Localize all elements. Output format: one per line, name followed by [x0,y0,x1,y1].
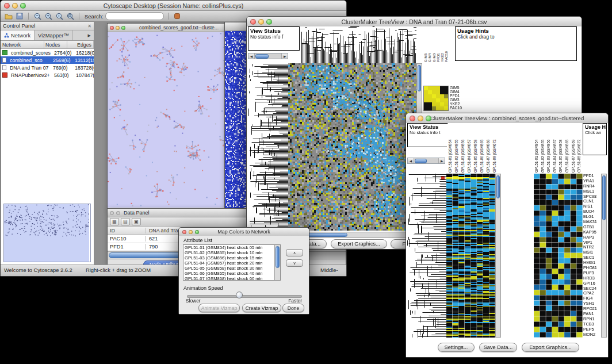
attribute-item[interactable]: GPL51-05 (GSM858) heat shock 30 min [183,266,280,271]
heatmap-vscrollbar[interactable] [495,174,501,338]
network-overview-canvas[interactable] [4,204,89,262]
close-icon[interactable] [4,3,10,9]
network-row[interactable]: DNA and Tran 07 769(0) 183728(0) [1,64,94,71]
close-icon[interactable] [250,19,256,25]
network-row[interactable]: RNAPuberNov2+ 563(0) 107847(0) [1,71,94,79]
scrollbar-thumb[interactable] [276,246,280,268]
status-hint: Right-click + drag to ZOOM [86,267,151,273]
scroll-track[interactable] [254,53,282,59]
zoom-actual-icon[interactable] [55,12,64,21]
attribute-list[interactable]: GPL51-01 (GSM854) heat shock 05 minGPL51… [183,244,281,281]
dialog-button[interactable]: Done [282,304,304,312]
slower-label: Slower [186,298,201,304]
treeview-dna-titlebar[interactable]: ClusterMaker TreeView : DNA and Tran 07-… [247,17,582,27]
float-icon[interactable] [110,211,114,215]
scroll-left-icon[interactable]: ◀ [248,55,254,58]
treeview-button[interactable]: Settings... [438,343,475,352]
maximize-icon[interactable] [266,19,272,25]
scrollbar-thumb[interactable] [496,175,500,198]
zoom-heatmap-canvas[interactable] [534,174,583,338]
column-label: GPL51-08 (GSM672 [576,124,583,173]
maximize-icon[interactable] [195,230,199,234]
table-icon[interactable]: ▦ [110,218,119,225]
network-list: combined_scores 2764(0) 16218(0) combine… [1,49,94,79]
close-icon[interactable] [410,116,415,121]
attribute-list-scrollbar[interactable] [274,245,280,280]
attribute-item[interactable]: GPL51-07 (GSM868) heat shock 60 min [183,276,280,281]
row-dendrogram-canvas[interactable] [407,174,446,338]
network-row[interactable]: combined_sco 2569(6) 13112(15) [1,56,94,64]
network-table-header: Network Nodes Edges [1,41,94,49]
tab-overflow-icon[interactable]: ▶ [85,30,94,40]
minimize-icon[interactable] [12,3,18,9]
zoom-scrollbar[interactable]: ◀ ▶ [407,158,445,164]
network-doc-icon [2,65,6,70]
column-label: GPL51-03 (GSM856 [546,124,552,173]
dialog-titlebar[interactable]: Map Colors to Network [179,228,309,236]
treeview-combined-titlebar[interactable]: ClusterMaker TreeView : combined_scores_… [406,113,608,124]
maximize-icon[interactable] [121,26,125,30]
grid-icon[interactable]: ▤ [121,218,130,225]
scrollbar-thumb[interactable] [415,159,427,163]
data-panel-title: Data Panel [124,210,150,216]
main-titlebar[interactable]: Cytoscape Desktop (Session Name: collins… [1,1,346,11]
scroll-track[interactable] [414,158,439,163]
speed-slider-track[interactable] [187,295,302,298]
network-overview[interactable] [3,204,91,262]
scroll-left-icon[interactable]: ◀ [408,159,414,163]
row-dendrogram-canvas[interactable] [248,63,288,231]
heatmap-canvas[interactable] [446,174,495,338]
column-label: GPL51-04 (GSM857 [552,124,559,173]
minimize-icon[interactable] [258,19,264,25]
maximize-icon[interactable] [426,116,431,121]
scroll-right-icon[interactable]: ▶ [282,55,288,58]
open-folder-icon[interactable] [4,12,13,21]
attribute-item[interactable]: GPL51-06 (GSM865) heat shock 40 min [183,271,280,276]
heatmap-canvas[interactable] [288,63,416,231]
zoom-fit-icon[interactable] [66,12,75,21]
zoom-in-icon[interactable] [44,12,53,21]
close-icon[interactable] [182,230,186,234]
minimize-icon[interactable] [116,26,120,30]
main-window-title: Cytoscape Desktop (Session Name: collins… [1,2,346,9]
network-doc-icon [2,50,7,55]
close-icon[interactable]: ✕ [87,24,91,29]
maximize-icon[interactable] [20,3,26,9]
treeview-combined-body: View Status No status info t ◀ ▶ GPL51-0… [406,123,608,357]
zoom-out-icon[interactable] [33,12,42,21]
annotation-icon[interactable] [173,12,182,21]
save-icon[interactable] [15,12,24,21]
scrollbar-thumb[interactable] [602,175,606,220]
dialog-button[interactable]: Animate Vizmap [198,304,240,312]
scrollbar-thumb[interactable] [418,65,421,91]
gene-list-vscrollbar[interactable] [601,174,607,338]
search-input[interactable] [105,12,164,20]
window-controls [179,230,199,234]
scroll-right-icon[interactable]: ▶ [439,159,445,163]
attribute-item[interactable]: GPL51-03 (GSM856) heat shock 15 min [183,255,280,260]
column-dendrogram-canvas[interactable] [301,26,416,63]
column-label: GPL51-07 (GSM868 [485,124,491,173]
chart-icon[interactable]: ▣ [132,218,141,225]
scrollbar-thumb[interactable] [255,54,269,59]
zoom-heatmap-canvas[interactable] [423,86,449,111]
attribute-item[interactable]: GPL51-01 (GSM854) heat shock 05 min [183,245,280,250]
tab-network[interactable]: Network [1,30,35,40]
treeview-button[interactable]: Export Graphics... [331,239,387,248]
attribute-item[interactable]: GPL51-02 (GSM855) heat shock 10 min [183,250,280,255]
dock-icon[interactable] [116,211,120,215]
close-icon[interactable] [110,26,114,30]
dialog-button[interactable]: Create Vizmap [242,304,281,312]
move-up-button[interactable]: ∧ [286,249,303,256]
minimize-icon[interactable] [418,116,423,121]
tab-vizmapper[interactable]: VizMapper™ [35,30,73,40]
move-down-button[interactable]: ∨ [286,259,303,267]
network-row[interactable]: combined_scores 2764(0) 16218(0) [1,49,94,56]
speed-slider-thumb[interactable] [236,292,243,298]
zoom-scrollbar[interactable]: ◀ ▶ [248,53,288,59]
minimize-icon[interactable] [189,230,193,234]
treeview-button[interactable]: Save Data... [479,343,517,352]
treeview-button[interactable]: Export Graphics... [522,343,579,352]
attribute-item[interactable]: GPL51-04 (GSM857) heat shock 20 min [183,260,280,266]
main-column-labels: GPL51-01 (GSM854GPL51-02 (GSM855GPL51-03… [447,124,498,173]
